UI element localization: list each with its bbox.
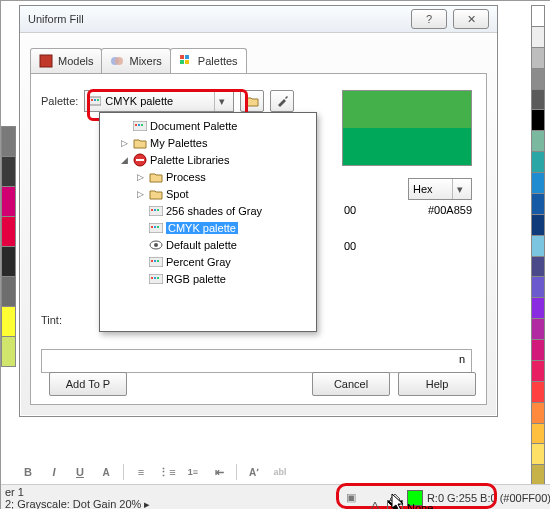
svg-rect-35 bbox=[157, 277, 159, 279]
color-swatch[interactable] bbox=[531, 68, 545, 90]
dialog-titlebar[interactable]: Uniform Fill ? ✕ bbox=[20, 6, 497, 33]
svg-point-27 bbox=[154, 243, 158, 247]
tree-twisty[interactable]: ▷ bbox=[134, 189, 146, 199]
tree-item[interactable]: ▷Process bbox=[102, 168, 314, 185]
color-swatch[interactable] bbox=[1, 336, 16, 367]
color-swatch[interactable] bbox=[531, 172, 545, 194]
help-button[interactable]: Help bbox=[398, 372, 476, 396]
color-swatch[interactable] bbox=[531, 193, 545, 215]
tree-item[interactable]: ▷My Palettes bbox=[102, 134, 314, 151]
tree-item-label: CMYK palette bbox=[166, 222, 238, 234]
color-swatch[interactable] bbox=[531, 256, 545, 278]
color-swatch[interactable] bbox=[1, 216, 16, 247]
svg-rect-5 bbox=[185, 55, 189, 59]
color-swatch[interactable] bbox=[531, 151, 545, 173]
all-caps-button[interactable]: A bbox=[97, 463, 115, 481]
palettes-icon bbox=[179, 54, 193, 68]
color-swatch[interactable] bbox=[1, 126, 16, 157]
palette-dropdown[interactable]: CMYK palette ▾ bbox=[84, 90, 234, 112]
color-name-field[interactable]: n bbox=[41, 349, 472, 373]
color-swatch[interactable] bbox=[531, 130, 545, 152]
color-profile-indicator[interactable]: 2; Grayscale: Dot Gain 20% ▸ bbox=[5, 498, 150, 510]
layer-indicator[interactable]: er 1 bbox=[5, 486, 150, 498]
color-swatch[interactable] bbox=[531, 297, 545, 319]
tree-item-label: RGB palette bbox=[166, 273, 226, 285]
cancel-button[interactable]: Cancel bbox=[312, 372, 390, 396]
color-swatch[interactable] bbox=[1, 156, 16, 187]
tree-item[interactable]: Percent Gray bbox=[102, 253, 314, 270]
italic-button[interactable]: I bbox=[45, 463, 63, 481]
outline-text: None bbox=[407, 502, 433, 509]
indent-button[interactable]: ⇤ bbox=[210, 463, 228, 481]
svg-point-3 bbox=[115, 57, 123, 65]
hex-mode-label: Hex bbox=[413, 183, 452, 195]
hex-old-partial: 00 bbox=[344, 204, 356, 216]
svg-rect-19 bbox=[151, 209, 153, 211]
tree-twisty[interactable]: ◢ bbox=[118, 155, 130, 165]
color-swatch[interactable] bbox=[531, 26, 545, 48]
name-field-suffix: n bbox=[459, 353, 465, 365]
tree-item[interactable]: CMYK palette bbox=[102, 219, 314, 236]
underline-button[interactable]: U bbox=[71, 463, 89, 481]
tree-item[interactable]: 256 shades of Gray bbox=[102, 202, 314, 219]
outline-none-swatch[interactable] bbox=[387, 500, 403, 509]
color-swatch[interactable] bbox=[531, 423, 545, 445]
open-palette-button[interactable] bbox=[240, 90, 264, 112]
bulleted-list-button[interactable]: ⋮≡ bbox=[158, 463, 176, 481]
palette-tree-popup[interactable]: Document Palette▷My Palettes◢Palette Lib… bbox=[99, 112, 317, 332]
help-title-button[interactable]: ? bbox=[411, 9, 447, 29]
chevron-down-icon: ▾ bbox=[452, 179, 467, 199]
left-color-strip[interactable] bbox=[1, 126, 16, 366]
color-swatch[interactable] bbox=[531, 402, 545, 424]
tree-item[interactable]: ▷Spot bbox=[102, 185, 314, 202]
align-button[interactable]: ≡ bbox=[132, 463, 150, 481]
color-swatch[interactable] bbox=[531, 318, 545, 340]
color-swatch[interactable] bbox=[1, 246, 16, 277]
color-swatch[interactable] bbox=[1, 306, 16, 337]
abl-button[interactable]: abl bbox=[271, 463, 289, 481]
color-swatch[interactable] bbox=[531, 360, 545, 382]
svg-rect-9 bbox=[91, 99, 93, 101]
hex-row2-partial: 00 bbox=[344, 240, 356, 252]
tab-palettes[interactable]: Palettes bbox=[170, 48, 247, 73]
svg-rect-13 bbox=[135, 124, 137, 126]
text-fit-button[interactable]: Aʼ bbox=[245, 463, 263, 481]
add-to-palette-button[interactable]: Add To P bbox=[49, 372, 127, 396]
tree-item[interactable]: ◢Palette Libraries bbox=[102, 151, 314, 168]
pen-outline-icon[interactable] bbox=[367, 501, 383, 509]
right-color-strip[interactable] bbox=[531, 5, 545, 485]
numbered-list-button[interactable]: 1≡ bbox=[184, 463, 202, 481]
color-swatch[interactable] bbox=[531, 89, 545, 111]
color-swatch[interactable] bbox=[531, 214, 545, 236]
tab-mixers[interactable]: Mixers bbox=[101, 48, 170, 73]
tree-twisty[interactable]: ▷ bbox=[118, 138, 130, 148]
color-swatch[interactable] bbox=[531, 109, 545, 131]
color-swatch[interactable] bbox=[531, 339, 545, 361]
tint-label: Tint: bbox=[41, 314, 62, 326]
tree-twisty[interactable]: ▷ bbox=[134, 172, 146, 182]
color-swatch[interactable] bbox=[531, 464, 545, 486]
color-swatch[interactable] bbox=[1, 276, 16, 307]
tree-item[interactable]: Default palette bbox=[102, 236, 314, 253]
close-title-button[interactable]: ✕ bbox=[453, 9, 489, 29]
tree-item[interactable]: Document Palette bbox=[102, 117, 314, 134]
color-swatch[interactable] bbox=[531, 5, 545, 27]
svg-rect-6 bbox=[180, 60, 184, 64]
color-swatch[interactable] bbox=[531, 381, 545, 403]
color-swatch[interactable] bbox=[531, 276, 545, 298]
palette-dropdown-value: CMYK palette bbox=[105, 95, 214, 107]
color-swatch[interactable] bbox=[1, 186, 16, 217]
screen-icon[interactable]: ▣ bbox=[343, 491, 359, 505]
eyedropper-button[interactable] bbox=[270, 90, 294, 112]
bold-button[interactable]: B bbox=[19, 463, 37, 481]
color-swatch[interactable] bbox=[531, 235, 545, 257]
tree-item[interactable]: RGB palette bbox=[102, 270, 314, 287]
hex-new-value: #00A859 bbox=[428, 204, 472, 216]
svg-rect-30 bbox=[154, 260, 156, 262]
uniform-fill-dialog: Uniform Fill ? ✕ Models Mixers Palettes … bbox=[19, 5, 498, 417]
color-swatch[interactable] bbox=[531, 443, 545, 465]
color-swatch[interactable] bbox=[531, 47, 545, 69]
hex-mode-dropdown[interactable]: Hex ▾ bbox=[408, 178, 472, 200]
tree-item-label: Percent Gray bbox=[166, 256, 231, 268]
tab-models[interactable]: Models bbox=[30, 48, 102, 73]
